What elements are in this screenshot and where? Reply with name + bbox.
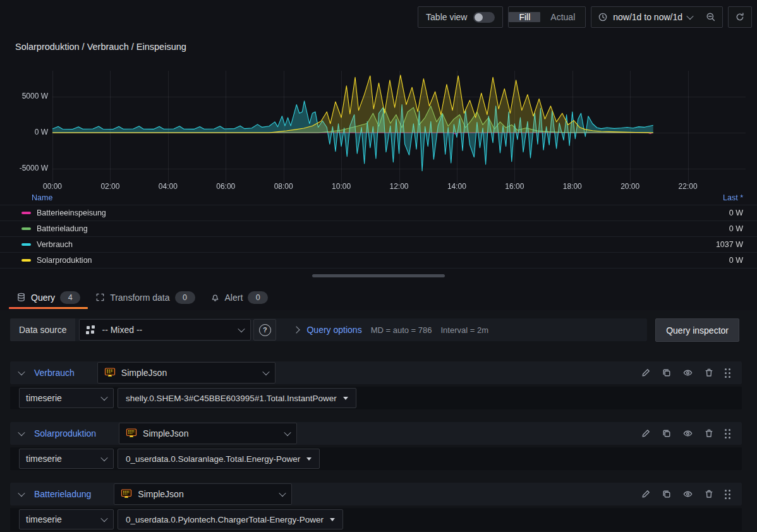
query-type-value: timeserie <box>26 393 97 403</box>
query-header[interactable]: Batterieladung SimpleJson <box>10 483 742 505</box>
refresh-icon <box>735 12 745 22</box>
query-editor-pane: Data source -- Mixed -- ? Query options … <box>0 310 757 532</box>
pane-resize-handle[interactable] <box>312 274 445 277</box>
x-axis-tick: 16:00 <box>505 182 524 191</box>
time-range-button[interactable]: now/1d to now/1d <box>591 12 699 22</box>
metric-select[interactable]: 0_userdata.0.Solaranlage.Total.Energy-Po… <box>118 449 320 469</box>
query-datasource-value: SimpleJson <box>143 428 280 438</box>
legend-row[interactable]: Verbrauch 1037 W <box>0 236 757 252</box>
copy-icon[interactable] <box>662 368 672 378</box>
trash-icon[interactable] <box>704 489 714 499</box>
chart-canvas[interactable] <box>0 63 757 196</box>
datasource-label: Data source <box>10 318 75 341</box>
query-actions <box>641 368 730 378</box>
series-last-value: 0 W <box>729 224 743 233</box>
zoom-out-button[interactable] <box>699 12 722 22</box>
x-axis-tick: 20:00 <box>621 182 639 191</box>
query-name[interactable]: Verbrauch <box>34 368 75 378</box>
fill-button[interactable]: Fill <box>509 12 540 22</box>
chevron-down-icon <box>284 429 291 436</box>
table-view-toggle-group[interactable]: Table view <box>418 6 503 28</box>
query-block: Solarproduktion SimpleJson <box>10 422 742 470</box>
query-datasource-value: SimpleJson <box>138 489 275 499</box>
metric-select[interactable]: 0_userdata.0.Pylontech.ChargerTotal-Ener… <box>118 509 343 529</box>
query-type-value: timeserie <box>26 514 97 524</box>
legend-row[interactable]: Solarproduktion 0 W <box>0 252 757 269</box>
query-header[interactable]: Solarproduktion SimpleJson <box>10 422 742 445</box>
query-name[interactable]: Solarproduktion <box>34 428 96 438</box>
tab-query[interactable]: Query 4 <box>9 286 88 309</box>
eye-icon[interactable] <box>682 368 693 378</box>
legend-table: Name Last * Batterieeinspeisung 0 W Batt… <box>0 192 757 269</box>
legend-header: Name Last * <box>0 192 757 205</box>
eye-icon[interactable] <box>682 428 693 438</box>
query-datasource-select[interactable]: SimpleJson <box>114 483 292 505</box>
query-options-toggle[interactable]: Query options <box>294 325 361 335</box>
legend-name-header[interactable]: Name <box>32 193 52 202</box>
query-body: timeserie 0_userdata.0.Pylontech.Charger… <box>10 508 742 531</box>
collapse-chevron-icon[interactable] <box>18 429 25 436</box>
query-name[interactable]: Batterieladung <box>34 489 91 499</box>
active-tab-indicator <box>9 307 88 309</box>
tab-count-badge: 0 <box>175 291 195 304</box>
query-inspector-button[interactable]: Query inspector <box>655 318 739 342</box>
query-type-select[interactable]: timeserie <box>19 449 114 469</box>
series-label[interactable]: Batterieeinspeisung <box>37 209 106 217</box>
series-last-value: 1037 W <box>716 240 743 249</box>
eye-icon[interactable] <box>682 489 693 499</box>
query-header[interactable]: Verbrauch SimpleJson <box>10 361 742 384</box>
edit-icon[interactable] <box>641 368 651 378</box>
datasource-select[interactable]: -- Mixed -- <box>79 319 251 341</box>
datasource-help-button[interactable]: ? <box>253 319 276 341</box>
zoom-out-icon <box>706 12 716 22</box>
tab-transform-data[interactable]: Transform data 0 <box>88 286 202 309</box>
query-type-select[interactable]: timeserie <box>19 509 114 529</box>
legend-row[interactable]: Batterieladung 0 W <box>0 221 757 236</box>
query-datasource-select[interactable]: SimpleJson <box>97 362 276 384</box>
datasource-row: Data source -- Mixed -- ? Query options … <box>10 318 647 341</box>
copy-icon[interactable] <box>662 428 672 438</box>
drag-handle-icon[interactable] <box>725 368 730 378</box>
chevron-down-icon <box>238 325 245 332</box>
copy-icon[interactable] <box>662 489 672 499</box>
interval-text: Interval = 2m <box>441 325 489 335</box>
trash-icon[interactable] <box>704 368 714 378</box>
query-type-select[interactable]: timeserie <box>19 388 114 408</box>
refresh-button[interactable] <box>728 6 752 28</box>
series-color-dash <box>21 227 31 230</box>
x-axis-tick: 14:00 <box>447 182 466 191</box>
table-view-switch[interactable] <box>473 12 495 23</box>
chevron-down-icon <box>279 490 286 497</box>
legend-row[interactable]: Batterieeinspeisung 0 W <box>0 205 757 221</box>
series-label[interactable]: Batterieladung <box>37 224 88 233</box>
query-block: Verbrauch SimpleJson <box>10 361 742 409</box>
edit-icon[interactable] <box>641 428 651 438</box>
metric-select[interactable]: shelly.0.SHEM-3#C45BBE603995#1.Total.Ins… <box>118 388 356 408</box>
drag-handle-icon[interactable] <box>725 490 730 499</box>
y-axis-tick: -5000 W <box>0 164 48 172</box>
series-label[interactable]: Solarproduktion <box>37 256 92 265</box>
collapse-chevron-icon[interactable] <box>18 368 25 375</box>
legend-last-header[interactable]: Last * <box>723 193 743 202</box>
x-axis-tick: 18:00 <box>563 182 582 191</box>
table-view-label: Table view <box>426 12 467 22</box>
collapse-chevron-icon[interactable] <box>18 490 25 497</box>
drag-handle-icon[interactable] <box>725 429 730 438</box>
tab-alert[interactable]: Alert 0 <box>203 286 276 309</box>
query-body: timeserie shelly.0.SHEM-3#C45BBE603995#1… <box>10 387 742 409</box>
actual-button[interactable]: Actual <box>540 12 585 22</box>
tab-count-badge: 0 <box>248 291 268 304</box>
series-label[interactable]: Verbrauch <box>37 240 73 249</box>
time-range-text: now/1d to now/1d <box>613 12 682 22</box>
edit-icon[interactable] <box>641 489 651 499</box>
timeseries-chart[interactable]: 00:0002:0004:0006:0008:0010:0012:0014:00… <box>0 63 757 196</box>
query-options-label[interactable]: Query options <box>306 325 361 335</box>
datasource-value: -- Mixed -- <box>102 325 234 335</box>
trash-icon[interactable] <box>704 428 714 438</box>
series-last-value: 0 W <box>729 209 743 217</box>
x-axis-tick: 08:00 <box>274 182 293 191</box>
simplejson-icon <box>121 489 133 499</box>
simplejson-icon <box>126 428 138 438</box>
fill-actual-segment: Fill Actual <box>508 6 586 28</box>
query-datasource-select[interactable]: SimpleJson <box>119 423 297 444</box>
